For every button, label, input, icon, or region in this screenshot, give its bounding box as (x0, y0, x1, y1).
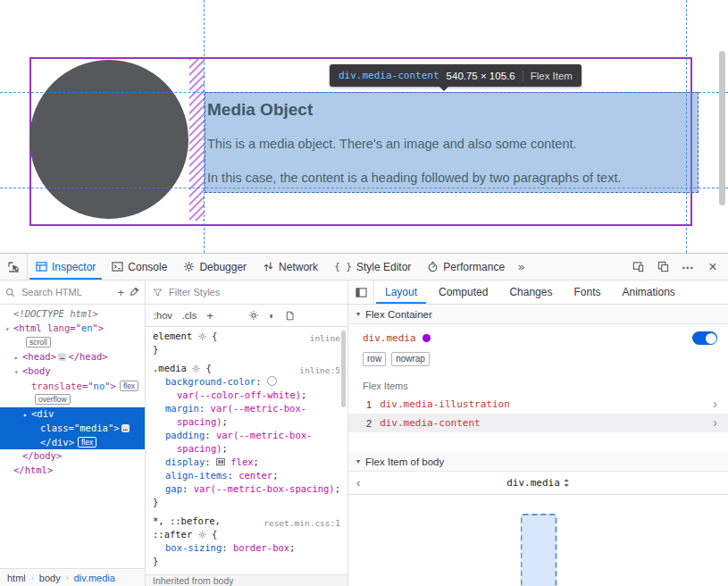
markup-line[interactable]: class="media">… (0, 422, 146, 436)
section-title: Flex Container (365, 309, 432, 320)
search-html-input[interactable] (20, 286, 113, 298)
css-declaration[interactable]: padding: var(--metric-box-spacing); (153, 429, 340, 456)
tab-console[interactable]: Console (104, 254, 175, 280)
markup-line[interactable]: translate="no">flex (0, 380, 146, 394)
markup-line[interactable]: scroll (0, 336, 146, 350)
devtools-menu-button[interactable]: ⋯ (676, 254, 699, 280)
twisty-icon[interactable]: ▾ (14, 365, 22, 380)
collapsed-content-chip[interactable]: … (121, 424, 130, 432)
tab-changes[interactable]: Changes (498, 280, 563, 304)
previous-item-button[interactable]: ‹ (356, 476, 360, 490)
breadcrumb-body[interactable]: body (39, 573, 61, 583)
filter-styles-bar (146, 280, 347, 305)
markup-line[interactable]: ▾<html lang="en"> (0, 322, 146, 337)
rule-source-link[interactable]: reset.min.css:1 (264, 515, 340, 530)
markup-line[interactable]: </html> (0, 464, 146, 478)
markup-line[interactable]: <!DOCTYPE html> (0, 307, 146, 322)
markup-badge[interactable]: scroll (26, 337, 51, 347)
pick-element-button[interactable] (0, 254, 28, 280)
selector-highlighter-icon[interactable] (192, 364, 200, 373)
tab-debugger[interactable]: Debugger (175, 254, 255, 280)
flex-direction-badge: row (363, 352, 386, 366)
light-mode-icon[interactable] (248, 310, 259, 321)
rule-selector[interactable]: *, ::before, ::after (153, 515, 221, 540)
markup-token: "> (108, 423, 120, 433)
tab-style-editor[interactable]: { } Style Editor (326, 254, 419, 280)
flex-item-selector: div.media-illustration (380, 398, 510, 410)
flex-container-section-header[interactable]: ▾ Flex Container (348, 305, 728, 324)
meatball-menu-icon: ⋯ (682, 260, 694, 274)
rules-scrollbar[interactable] (341, 331, 346, 407)
filter-styles-input[interactable] (167, 286, 340, 298)
dark-mode-icon[interactable]: ◐ (269, 310, 275, 321)
markup-token: </ (13, 465, 25, 475)
tab-label: Network (279, 261, 318, 273)
rule-source-link[interactable]: inline (310, 330, 340, 345)
rule-selector[interactable]: .media (153, 363, 187, 373)
flex-item-row-2[interactable]: 2 div.media-content › (348, 414, 728, 432)
markup-token: media (79, 423, 108, 433)
tab-computed[interactable]: Computed (428, 280, 498, 304)
frames-icon (657, 261, 669, 272)
markup-token: no (94, 381, 105, 391)
media-paragraph-2: In this case, the content is a heading f… (207, 171, 689, 185)
viewport-scrollbar[interactable] (719, 51, 725, 205)
tab-network[interactable]: Network (255, 254, 326, 280)
markup-line[interactable]: </body> (0, 449, 146, 464)
twisty-icon[interactable]: ▾ (5, 322, 13, 337)
more-tools-button[interactable]: » (513, 254, 530, 280)
twisty-icon[interactable]: ▸ (23, 408, 31, 423)
selector-highlighter-icon[interactable] (198, 332, 206, 340)
color-swatch[interactable] (267, 376, 277, 386)
css-declaration[interactable]: box-sizing: border-box; (153, 541, 340, 555)
flex-container-node[interactable]: div.media (363, 332, 416, 344)
tab-performance[interactable]: Performance (419, 254, 513, 280)
twisty-icon[interactable]: ▸ (14, 351, 22, 365)
css-rule: inlineelement {} (146, 330, 347, 356)
css-declaration[interactable]: gap: var(--metric-box-spacing); (153, 482, 340, 496)
markup-badge[interactable]: overflow (35, 394, 71, 405)
rule-selector[interactable]: element (153, 331, 192, 341)
pseudo-class-button[interactable]: :hov (154, 310, 172, 321)
frames-picker-button[interactable] (651, 254, 674, 280)
breadcrumb-div-media[interactable]: div.media (74, 573, 115, 583)
markup-badge[interactable]: flex (78, 437, 96, 448)
flex-item-diagram-rect (520, 514, 556, 586)
markup-line[interactable]: ▸<head>…</head> (0, 350, 146, 365)
sidebar-toggle-button[interactable] (348, 280, 374, 304)
style-editor-icon: { } (334, 261, 352, 272)
add-rule-button[interactable]: + (206, 309, 213, 322)
selector-highlighter-icon[interactable] (198, 531, 206, 539)
markup-line[interactable]: overflow (0, 393, 146, 407)
flex-display-icon[interactable] (216, 457, 225, 466)
markup-token: html (19, 322, 41, 333)
tab-layout[interactable]: Layout (374, 280, 428, 304)
flex-item-row-1[interactable]: 1 div.media-illustration › (348, 395, 728, 414)
collapsed-content-chip[interactable]: … (58, 353, 66, 361)
css-declaration[interactable]: margin: var(--metric-box-spacing); (153, 402, 340, 429)
markup-line[interactable]: </div>flex (0, 436, 146, 450)
tab-animations[interactable]: Animations (611, 280, 685, 304)
flex-item-select[interactable]: div.media (506, 477, 570, 489)
class-toggle-button[interactable]: .cls (182, 310, 197, 321)
css-declaration[interactable]: display: flex; (153, 456, 340, 469)
tab-inspector[interactable]: Inspector (28, 254, 104, 280)
markup-badge[interactable]: flex (120, 381, 138, 391)
print-simulation-icon[interactable] (285, 311, 295, 321)
tab-fonts[interactable]: Fonts (563, 280, 611, 304)
markup-line[interactable]: ▾<body (0, 364, 146, 380)
breadcrumb-html[interactable]: html (7, 573, 26, 583)
markup-line[interactable]: ▸<div (0, 407, 146, 423)
node-highlight-dot-icon (423, 334, 431, 342)
flex-item-section-header[interactable]: ▾ Flex Item of body (348, 452, 728, 472)
rule-source-link[interactable]: inline:5 (299, 362, 340, 377)
close-devtools-button[interactable]: × (701, 254, 724, 280)
add-node-button[interactable]: + (117, 286, 124, 299)
responsive-design-mode-button[interactable] (626, 254, 649, 280)
pick-element-icon (7, 261, 20, 273)
css-declaration[interactable]: background-color: var(--color-off-white)… (153, 375, 340, 402)
flex-highlighter-toggle[interactable] (692, 331, 717, 345)
eyedropper-icon[interactable] (129, 287, 139, 297)
tab-label: Performance (443, 261, 505, 273)
css-declaration[interactable]: align-items: center; (153, 469, 340, 482)
